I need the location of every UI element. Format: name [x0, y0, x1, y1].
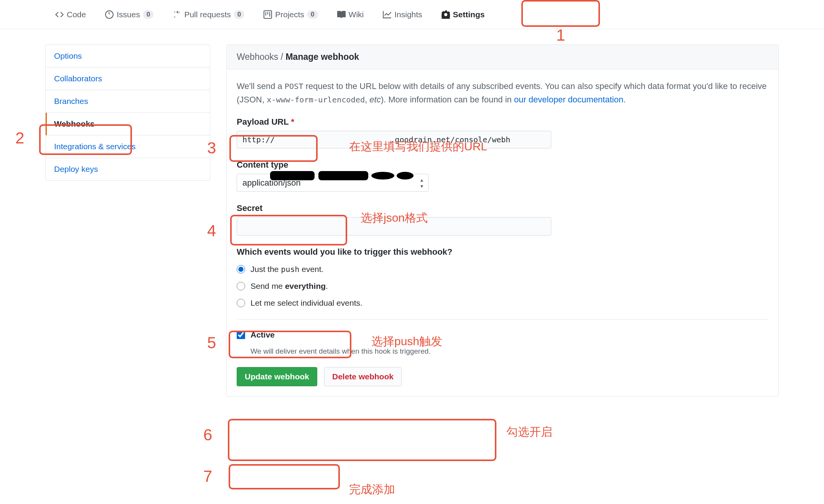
- radio-push[interactable]: [237, 265, 245, 273]
- breadcrumb-current: Manage webhook: [285, 52, 359, 62]
- pr-count: 0: [234, 10, 244, 19]
- annotation-num-7: 7: [203, 467, 212, 486]
- projects-icon: [264, 10, 272, 19]
- tab-label: Insights: [394, 10, 422, 19]
- active-checkbox-row[interactable]: Active: [237, 330, 768, 339]
- radio-everything[interactable]: [237, 282, 245, 290]
- tab-label: Projects: [275, 10, 304, 19]
- update-webhook-button[interactable]: Update webhook: [237, 367, 317, 386]
- annotation-text-7: 完成添加: [349, 482, 395, 497]
- secret-label: Secret: [237, 203, 768, 213]
- sidebar-item-branches[interactable]: Branches: [46, 90, 210, 113]
- events-label: Which events would you like to trigger t…: [237, 247, 768, 257]
- issues-count: 0: [143, 10, 153, 19]
- breadcrumb: Webhooks / Manage webhook: [237, 52, 359, 62]
- sidebar-item-deploy-keys[interactable]: Deploy keys: [46, 158, 210, 180]
- tab-code[interactable]: Code: [54, 10, 87, 19]
- annotation-box-7: [229, 464, 340, 489]
- tab-pull-requests[interactable]: Pull requests 0: [171, 10, 246, 19]
- issue-icon: [105, 10, 114, 19]
- event-option-push[interactable]: Just the push event.: [237, 265, 768, 274]
- tab-projects[interactable]: Projects 0: [262, 10, 319, 19]
- required-indicator: *: [291, 117, 294, 127]
- sidebar-item-options[interactable]: Options: [46, 45, 210, 68]
- repo-nav: Code Issues 0 Pull requests 0 Projects 0…: [0, 0, 824, 29]
- panel-header: Webhooks / Manage webhook: [227, 45, 778, 69]
- annotation-box-6: [228, 419, 496, 461]
- active-checkbox[interactable]: [237, 331, 245, 339]
- payload-url-input[interactable]: [237, 131, 551, 148]
- annotation-text-6: 勾选开启: [506, 424, 552, 440]
- book-icon: [337, 10, 346, 19]
- annotation-num-6: 6: [203, 426, 212, 444]
- content-type-select[interactable]: application/json: [237, 174, 428, 192]
- tab-label: Code: [67, 10, 86, 19]
- delete-webhook-button[interactable]: Delete webhook: [324, 367, 402, 386]
- event-option-everything[interactable]: Send me everything.: [237, 282, 768, 291]
- gear-icon: [442, 10, 450, 19]
- tab-label: Issues: [117, 10, 140, 19]
- separator: [237, 319, 768, 320]
- tab-issues[interactable]: Issues 0: [104, 10, 155, 19]
- active-label: Active: [250, 330, 275, 339]
- sidebar-item-integrations[interactable]: Integrations & services: [46, 135, 210, 158]
- event-option-individual[interactable]: Let me select individual events.: [237, 298, 768, 308]
- tab-insights[interactable]: Insights: [381, 10, 424, 19]
- webhook-panel: Webhooks / Manage webhook We'll send a P…: [226, 44, 779, 397]
- active-note: We will deliver event details when this …: [250, 347, 768, 356]
- radio-individual[interactable]: [237, 299, 245, 307]
- projects-count: 0: [307, 10, 318, 19]
- secret-input[interactable]: [237, 217, 551, 236]
- tab-settings[interactable]: Settings: [440, 10, 486, 19]
- intro-text: We'll send a POST request to the URL bel…: [237, 79, 768, 106]
- tab-label: Wiki: [349, 10, 364, 19]
- tab-label: Settings: [453, 10, 485, 19]
- tab-wiki[interactable]: Wiki: [336, 10, 366, 19]
- graph-icon: [383, 10, 391, 19]
- content-type-label: Content type: [237, 160, 768, 170]
- sidebar-item-collaborators[interactable]: Collaborators: [46, 68, 210, 90]
- tab-label: Pull requests: [184, 10, 231, 19]
- settings-sidebar: Options Collaborators Branches Webhooks …: [45, 44, 210, 181]
- breadcrumb-parent[interactable]: Webhooks: [237, 52, 278, 62]
- docs-link[interactable]: our developer documentation: [514, 95, 623, 104]
- payload-url-label: Payload URL *: [237, 117, 768, 127]
- sidebar-item-webhooks[interactable]: Webhooks: [46, 113, 210, 135]
- code-icon: [55, 10, 64, 19]
- pr-icon: [173, 10, 181, 19]
